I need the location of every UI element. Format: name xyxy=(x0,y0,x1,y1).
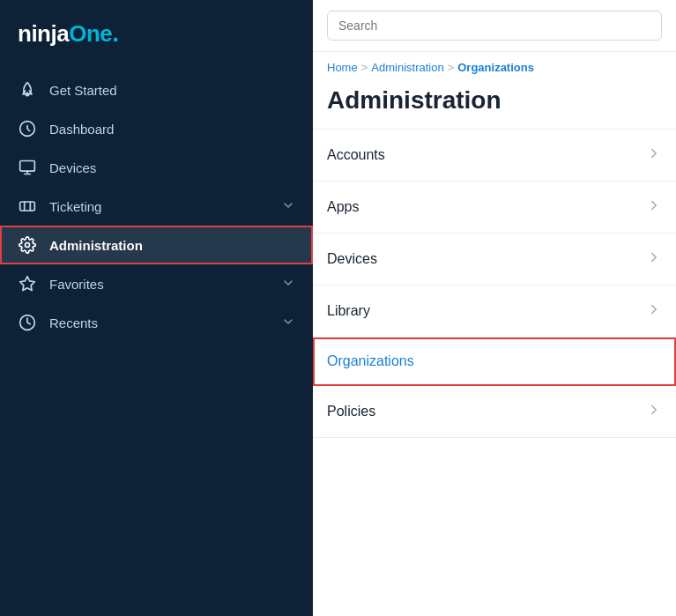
menu-item-label: Devices xyxy=(327,251,377,267)
chevron-down-icon xyxy=(281,315,295,331)
sidebar-item-label: Dashboard xyxy=(49,122,295,137)
menu-item-label: Organizations xyxy=(327,353,414,369)
logo-dot: . xyxy=(112,19,118,47)
breadcrumb-current[interactable]: Organizations xyxy=(457,61,534,74)
svg-rect-1 xyxy=(20,161,35,172)
chevron-right-icon xyxy=(646,249,662,269)
sidebar-item-label: Ticketing xyxy=(49,199,269,214)
search-input[interactable] xyxy=(327,11,662,41)
sidebar-item-label: Favorites xyxy=(49,277,269,292)
sidebar-item-administration[interactable]: Administration xyxy=(0,226,313,264)
menu-item-library[interactable]: Library xyxy=(313,286,676,338)
clock-icon xyxy=(18,313,37,332)
gear-icon xyxy=(18,235,37,255)
sidebar-item-devices[interactable]: Devices xyxy=(0,148,313,187)
ticket-icon xyxy=(18,197,37,216)
breadcrumb: Home > Administration > Organizations xyxy=(313,52,676,79)
menu-item-apps[interactable]: Apps xyxy=(313,182,676,234)
menu-item-label: Accounts xyxy=(327,147,385,163)
breadcrumb-sep-2: > xyxy=(448,61,455,74)
gauge-icon xyxy=(18,119,37,138)
menu-item-label: Apps xyxy=(327,199,359,215)
sidebar: ninjaOne. Get Started Dashboard xyxy=(0,0,313,616)
monitor-icon xyxy=(18,158,37,177)
search-bar xyxy=(313,0,676,52)
main-content: Home > Administration > Organizations Ad… xyxy=(313,0,676,616)
svg-rect-2 xyxy=(20,202,35,211)
sidebar-item-label: Administration xyxy=(49,238,295,253)
svg-marker-4 xyxy=(20,277,35,291)
sidebar-item-label: Recents xyxy=(49,315,269,330)
sidebar-item-label: Get Started xyxy=(49,83,295,98)
sidebar-item-favorites[interactable]: Favorites xyxy=(0,264,313,303)
menu-item-organizations[interactable]: Organizations xyxy=(313,338,676,386)
page-title: Administration xyxy=(313,79,676,130)
breadcrumb-home[interactable]: Home xyxy=(327,61,358,74)
sidebar-item-dashboard[interactable]: Dashboard xyxy=(0,109,313,148)
menu-item-label: Policies xyxy=(327,404,375,419)
chevron-right-icon xyxy=(646,301,662,321)
sidebar-item-get-started[interactable]: Get Started xyxy=(0,71,313,109)
sidebar-item-recents[interactable]: Recents xyxy=(0,303,313,342)
chevron-right-icon xyxy=(646,197,662,217)
breadcrumb-admin[interactable]: Administration xyxy=(371,61,443,74)
breadcrumb-sep-1: > xyxy=(361,61,368,74)
sidebar-item-ticketing[interactable]: Ticketing xyxy=(0,187,313,226)
svg-point-3 xyxy=(26,243,30,248)
sidebar-nav: Get Started Dashboard Devices xyxy=(0,63,313,349)
logo-one: One xyxy=(69,20,112,47)
menu-item-label: Library xyxy=(327,303,370,319)
menu-item-accounts[interactable]: Accounts xyxy=(313,130,676,182)
rocket-icon xyxy=(18,80,37,100)
menu-item-devices[interactable]: Devices xyxy=(313,234,676,286)
chevron-down-icon xyxy=(281,198,295,215)
admin-menu-list: Accounts Apps Devices xyxy=(313,130,676,438)
logo-ninja: ninja xyxy=(18,20,69,47)
chevron-right-icon xyxy=(646,402,662,421)
star-icon xyxy=(18,274,37,293)
chevron-right-icon xyxy=(646,145,662,165)
logo: ninjaOne. xyxy=(0,0,313,63)
chevron-down-icon xyxy=(281,276,295,293)
menu-item-policies[interactable]: Policies xyxy=(313,386,676,438)
sidebar-item-label: Devices xyxy=(49,160,295,175)
